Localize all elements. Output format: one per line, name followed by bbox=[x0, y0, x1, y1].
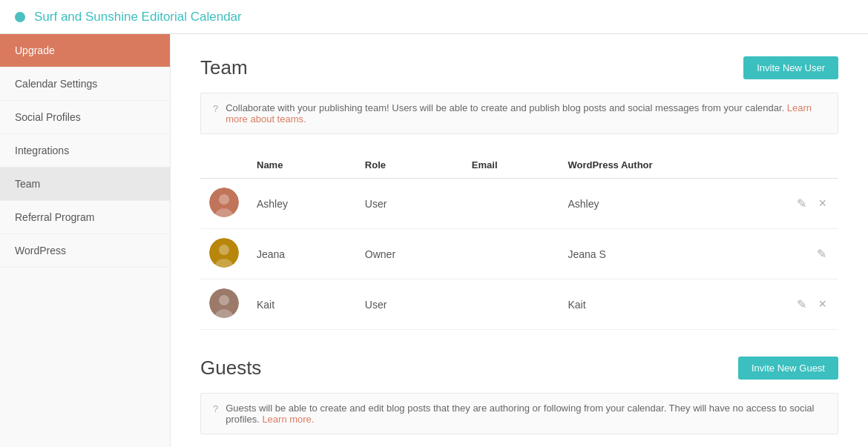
svg-point-4 bbox=[219, 245, 229, 255]
table-header-row: Name Role Email WordPress Author bbox=[200, 152, 838, 179]
learn-more-guests-link[interactable]: Learn more. bbox=[262, 414, 314, 425]
main-content: Team Invite New User ? Collaborate with … bbox=[171, 34, 868, 447]
member-role: User bbox=[356, 179, 463, 229]
guests-info-bar: ? Guests will be able to create and edit… bbox=[200, 393, 838, 434]
guests-section-title: Guests bbox=[200, 357, 261, 380]
topbar: Surf and Sunshine Editorial Calendar bbox=[0, 0, 868, 34]
sidebar: Upgrade Calendar Settings Social Profile… bbox=[0, 34, 171, 447]
col-wp-author: WordPress Author bbox=[559, 152, 785, 179]
brand-dot bbox=[15, 12, 25, 22]
team-table: Name Role Email WordPress Author bbox=[200, 152, 838, 330]
col-email: Email bbox=[463, 152, 559, 179]
member-email bbox=[463, 179, 559, 229]
col-actions bbox=[785, 152, 838, 179]
sidebar-item-integrations[interactable]: Integrations bbox=[0, 134, 170, 168]
table-row: Jeana Owner Jeana S ✎ bbox=[200, 229, 838, 279]
guests-section-header: Guests Invite New Guest bbox=[200, 357, 838, 380]
avatar bbox=[209, 288, 239, 318]
member-wp-author: Ashley bbox=[559, 179, 785, 229]
avatar-cell bbox=[200, 179, 248, 229]
member-wp-author: Jeana S bbox=[559, 229, 785, 279]
guests-info-icon: ? bbox=[213, 403, 218, 414]
member-actions: ✎ × bbox=[785, 179, 838, 229]
member-name: Ashley bbox=[248, 179, 356, 229]
app-title: Surf and Sunshine Editorial Calendar bbox=[34, 10, 242, 24]
sidebar-item-calendar-settings[interactable]: Calendar Settings bbox=[0, 67, 170, 101]
member-name: Jeana bbox=[248, 229, 356, 279]
col-avatar bbox=[200, 152, 248, 179]
col-name: Name bbox=[248, 152, 356, 179]
sidebar-item-wordpress[interactable]: WordPress bbox=[0, 234, 170, 268]
sidebar-item-upgrade[interactable]: Upgrade bbox=[0, 34, 170, 67]
edit-icon[interactable]: ✎ bbox=[794, 294, 809, 314]
member-name: Kait bbox=[248, 279, 356, 330]
team-section-title: Team bbox=[200, 56, 248, 79]
avatar bbox=[209, 238, 239, 268]
delete-icon[interactable]: × bbox=[815, 294, 829, 315]
guests-section: Guests Invite New Guest ? Guests will be… bbox=[200, 357, 838, 434]
member-email bbox=[463, 279, 559, 330]
team-section-header: Team Invite New User bbox=[200, 56, 838, 79]
edit-icon[interactable]: ✎ bbox=[794, 193, 809, 213]
member-role: User bbox=[356, 279, 463, 330]
member-actions: ✎ bbox=[785, 229, 838, 279]
guests-info-text: Guests will be able to create and edit b… bbox=[226, 403, 826, 425]
sidebar-item-referral-program[interactable]: Referral Program bbox=[0, 201, 170, 234]
edit-icon[interactable]: ✎ bbox=[814, 244, 829, 264]
team-info-bar: ? Collaborate with your publishing team!… bbox=[200, 93, 838, 134]
col-role: Role bbox=[356, 152, 463, 179]
svg-point-1 bbox=[219, 194, 229, 205]
member-email bbox=[463, 229, 559, 279]
avatar-cell bbox=[200, 279, 248, 330]
layout: Upgrade Calendar Settings Social Profile… bbox=[0, 34, 868, 447]
team-section: Team Invite New User ? Collaborate with … bbox=[200, 56, 838, 330]
info-icon: ? bbox=[213, 103, 218, 114]
sidebar-item-team[interactable]: Team bbox=[0, 168, 170, 201]
avatar bbox=[209, 188, 239, 217]
invite-new-user-button[interactable]: Invite New User bbox=[743, 56, 838, 79]
actions-container: ✎ × bbox=[794, 193, 829, 214]
delete-icon[interactable]: × bbox=[815, 193, 829, 214]
table-row: Kait User Kait ✎ × bbox=[200, 279, 838, 330]
avatar-cell bbox=[200, 229, 248, 279]
actions-container: ✎ × bbox=[794, 294, 829, 315]
member-wp-author: Kait bbox=[559, 279, 785, 330]
table-row: Ashley User Ashley ✎ × bbox=[200, 179, 838, 229]
sidebar-item-social-profiles[interactable]: Social Profiles bbox=[0, 101, 170, 134]
member-role: Owner bbox=[356, 229, 463, 279]
actions-container: ✎ bbox=[794, 244, 829, 264]
member-actions: ✎ × bbox=[785, 279, 838, 330]
svg-point-7 bbox=[219, 295, 229, 305]
invite-new-guest-button[interactable]: Invite New Guest bbox=[738, 357, 838, 380]
team-info-text: Collaborate with your publishing team! U… bbox=[226, 102, 826, 125]
learn-more-teams-link[interactable]: Learn more about teams. bbox=[226, 102, 812, 125]
